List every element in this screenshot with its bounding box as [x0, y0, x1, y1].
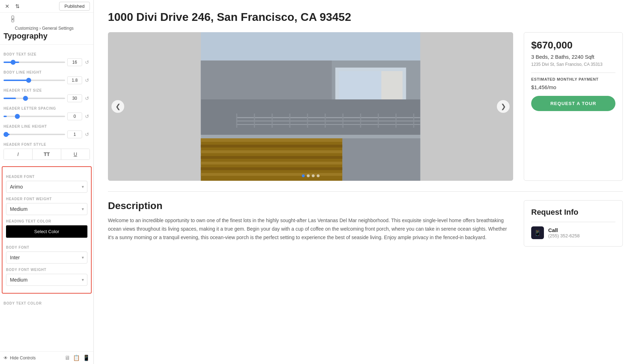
header-text-size-slider[interactable] [4, 96, 65, 101]
svg-rect-11 [236, 114, 237, 128]
body-text-size-slider[interactable] [4, 60, 65, 65]
header-line-height-slider[interactable] [4, 132, 65, 137]
select-color-button[interactable]: Select Color [6, 225, 87, 238]
italic-button[interactable]: I [4, 149, 33, 160]
tablet-button[interactable]: 📋 [73, 354, 80, 361]
body-text-color-section: BODY TEXT COLOR [0, 297, 93, 311]
svg-rect-23 [201, 138, 343, 142]
published-button[interactable]: Published [59, 2, 90, 11]
header-line-height-reset[interactable]: ↺ [84, 131, 90, 138]
property-specs: 3 Beds, 2 Baths, 2240 Sqft [531, 54, 615, 60]
body-font-select[interactable]: Inter Arimo Roboto Open Sans [6, 252, 87, 264]
outlined-settings-section: HEADER FONT Arimo Inter Roboto Open Sans… [2, 166, 92, 294]
description-title: Description [108, 200, 513, 212]
svg-rect-17 [343, 114, 344, 128]
svg-rect-14 [289, 114, 291, 128]
svg-rect-6 [201, 60, 332, 99]
body-line-height-reset[interactable]: ↺ [84, 77, 90, 84]
phone-icon: 📱 [531, 226, 544, 239]
eye-icon: 👁 [4, 356, 8, 360]
bold-button[interactable]: TT [33, 149, 61, 160]
hide-controls-button[interactable]: 👁 Hide Controls [4, 356, 60, 360]
contact-info: Call (255) 352-6258 [548, 227, 580, 238]
underline-button[interactable]: U [61, 149, 90, 160]
carousel-prev-button[interactable]: ❮ [111, 100, 124, 113]
header-text-size-input[interactable] [67, 94, 82, 102]
header-font-label: HEADER FONT [6, 175, 87, 179]
mobile-button[interactable]: 📱 [83, 354, 90, 361]
body-font-label: BODY FONT [6, 245, 87, 249]
breadcrumb: Customizing › General Settings [11, 22, 90, 31]
building-image [108, 32, 513, 181]
svg-rect-27 [201, 162, 343, 164]
body-line-height-slider[interactable] [4, 78, 65, 83]
description-main: Description Welcome to an incredible opp… [108, 200, 513, 247]
reorder-button[interactable]: ⇅ [14, 2, 21, 11]
header-letter-spacing-slider[interactable] [4, 114, 65, 119]
estimated-label: ESTIMATED MONTHLY PAYMENT [531, 77, 615, 81]
desktop-button[interactable]: 🖥 [64, 354, 70, 361]
property-image-container: ❮ ❯ [108, 32, 513, 181]
body-font-weight-select[interactable]: Light Regular Medium Bold [6, 274, 87, 286]
body-text-size-label: BODY TEXT SIZE [4, 52, 90, 56]
request-info-card: Request Info 📱 Call (255) 352-6258 [524, 200, 623, 247]
description-section: Description Welcome to an incredible opp… [108, 200, 623, 247]
body-text-color-label: BODY TEXT COLOR [4, 301, 90, 305]
carousel-dots [302, 174, 320, 177]
back-button[interactable]: ‹ [11, 16, 14, 22]
sidebar-title: Typography [0, 31, 93, 45]
sidebar-bottom: 👁 Hide Controls 🖥 📋 📱 [0, 351, 93, 364]
svg-rect-13 [272, 114, 273, 128]
header-text-size-reset[interactable]: ↺ [84, 95, 90, 102]
description-text: Welcome to an incredible opportunity to … [108, 216, 513, 242]
contact-row: 📱 Call (255) 352-6258 [531, 226, 615, 239]
body-font-select-wrapper: Inter Arimo Roboto Open Sans ▾ [6, 252, 87, 264]
carousel-dot-2[interactable] [307, 174, 310, 177]
svg-rect-20 [396, 114, 397, 128]
svg-rect-24 [201, 145, 343, 148]
underline-icon: U [74, 151, 77, 157]
body-text-size-input[interactable]: 16 [67, 58, 82, 66]
info-card-divider-1 [531, 73, 615, 73]
request-info-divider [531, 222, 615, 222]
header-letter-spacing-label: HEADER LETTER SPACING [4, 106, 90, 110]
carousel-dot-3[interactable] [312, 174, 315, 177]
svg-rect-29 [201, 173, 343, 176]
header-letter-spacing-row: ↺ [4, 112, 90, 120]
property-main-row: ❮ ❯ $670,000 3 Beds, 2 Baths, 2240 Sqft … [108, 32, 623, 181]
contact-phone: (255) 352-6258 [548, 233, 580, 238]
header-font-style-label: HEADER FONT STYLE [4, 143, 90, 146]
body-text-size-section: BODY TEXT SIZE 16 ↺ BODY LINE HEIGHT ↺ H… [0, 48, 93, 166]
body-line-height-label: BODY LINE HEIGHT [4, 70, 90, 74]
sidebar: ✕ ⇅ Published ‹ Customizing › General Se… [0, 0, 94, 364]
carousel-dot-4[interactable] [317, 174, 320, 177]
header-letter-spacing-input[interactable] [67, 112, 82, 120]
body-line-height-input[interactable] [67, 76, 82, 84]
carousel-dot-1[interactable] [302, 174, 305, 177]
request-tour-button[interactable]: REQUEST A TOUR [531, 96, 615, 111]
monthly-payment: $1,456/mo [531, 84, 615, 90]
body-line-height-track [4, 80, 65, 81]
svg-rect-12 [254, 114, 255, 128]
svg-rect-10 [236, 124, 420, 125]
header-font-weight-select[interactable]: Light Regular Medium Bold [6, 203, 87, 215]
header-font-select[interactable]: Arimo Inter Roboto Open Sans [6, 181, 87, 193]
carousel-next-button[interactable]: ❯ [497, 100, 510, 113]
header-letter-spacing-reset[interactable]: ↺ [84, 113, 90, 120]
header-line-height-label: HEADER LINE HEIGHT [4, 125, 90, 128]
header-text-size-label: HEADER TEXT SIZE [4, 88, 90, 92]
body-text-size-track [4, 62, 65, 63]
svg-rect-26 [201, 156, 343, 159]
hide-controls-label: Hide Controls [10, 356, 36, 360]
header-line-height-row: ↺ [4, 131, 90, 138]
close-button[interactable]: ✕ [4, 2, 11, 11]
header-line-height-input[interactable] [67, 131, 82, 138]
body-text-size-row: 16 ↺ [4, 58, 90, 66]
svg-rect-28 [201, 167, 343, 170]
body-font-weight-label: BODY FONT WEIGHT [6, 268, 87, 272]
sidebar-topbar: ✕ ⇅ Published [0, 0, 93, 13]
body-text-size-reset[interactable]: ↺ [84, 59, 90, 66]
svg-rect-21 [413, 114, 414, 128]
property-info-card: $670,000 3 Beds, 2 Baths, 2240 Sqft 1235… [524, 32, 623, 181]
header-line-height-track [4, 134, 65, 135]
